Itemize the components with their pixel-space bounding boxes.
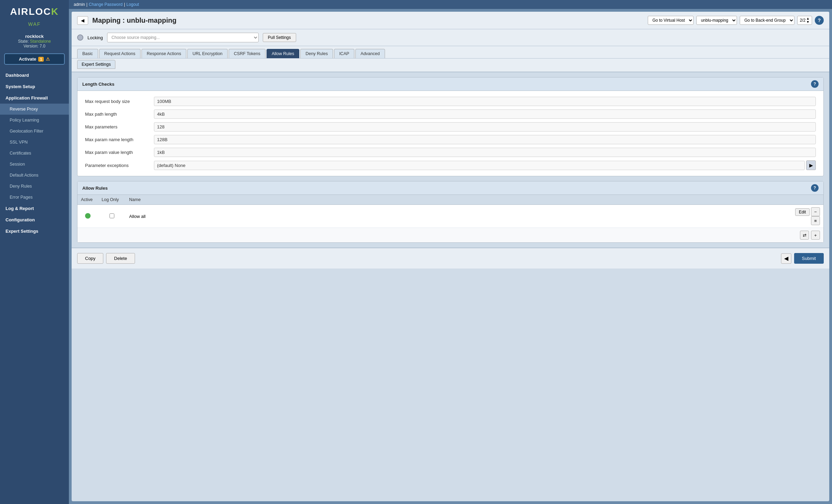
- pagination-down-icon[interactable]: ▼: [806, 20, 810, 24]
- pagination-value: 2/2: [800, 18, 805, 23]
- tab-advanced[interactable]: Advanced: [355, 49, 385, 58]
- col-name: Name: [126, 195, 789, 205]
- col-active: Active: [77, 195, 98, 205]
- locking-label: Locking: [87, 35, 103, 40]
- activate-button[interactable]: Activate 1 ⚠: [4, 53, 65, 65]
- active-indicator: [85, 213, 91, 219]
- submit-button[interactable]: Submit: [794, 253, 824, 264]
- footer-row: Copy Delete ◀ Submit: [72, 248, 829, 269]
- footer-back-button[interactable]: ◀: [781, 253, 791, 264]
- max-param-name-length-input[interactable]: [154, 135, 816, 144]
- sidebar-item-application-firewall[interactable]: Application Firewall: [0, 92, 69, 104]
- footer-right: ◀ Submit: [781, 253, 824, 264]
- allow-rules-table: Active Log Only Name Allow al: [77, 195, 823, 228]
- tab-deny-rules[interactable]: Deny Rules: [300, 49, 333, 58]
- row-actions: Edit − ≡: [789, 205, 823, 228]
- footer-left: Copy Delete: [77, 253, 135, 264]
- parameter-exceptions-input[interactable]: [154, 161, 805, 170]
- remove-button[interactable]: −: [811, 207, 820, 216]
- field-label: Max param name length: [82, 133, 151, 146]
- tabs-row: Basic Request Actions Response Actions U…: [72, 46, 829, 59]
- tab-request-actions[interactable]: Request Actions: [99, 49, 141, 58]
- sidebar-item-deny-rules[interactable]: Deny Rules: [0, 181, 69, 192]
- locking-row: Locking Choose source mapping... Pull Se…: [72, 29, 829, 46]
- length-checks-table: Max request body size Max path length Ma…: [77, 91, 823, 176]
- page-header: ◀ Mapping : unblu-mapping Go to Virtual …: [72, 12, 829, 29]
- tab-url-encryption[interactable]: URL Encryption: [187, 49, 228, 58]
- field-label: Parameter exceptions: [82, 159, 151, 172]
- max-request-body-size-input[interactable]: [154, 97, 816, 106]
- sidebar-item-log-report[interactable]: Log & Report: [0, 203, 69, 214]
- pull-settings-button[interactable]: Pull Settings: [263, 33, 296, 42]
- virtual-host-select[interactable]: Go to Virtual Host: [648, 16, 694, 25]
- sidebar-item-dashboard[interactable]: Dashboard: [0, 70, 69, 81]
- header-controls: Go to Virtual Host unblu-mapping Go to B…: [648, 16, 824, 25]
- back-end-group-select[interactable]: Go to Back-end Group: [740, 16, 794, 25]
- allow-rules-title: Allow Rules: [82, 186, 108, 191]
- sidebar-item-expert-settings[interactable]: Expert Settings: [0, 225, 69, 237]
- lock-indicator: [77, 34, 83, 41]
- sidebar-item-geolocation-filter[interactable]: Geolocation Filter: [0, 126, 69, 137]
- allow-rules-help-button[interactable]: ?: [811, 184, 819, 192]
- topbar-logout-link[interactable]: Logout: [126, 2, 139, 7]
- sidebar-item-policy-learning[interactable]: Policy Learning: [0, 115, 69, 126]
- sidebar-item-error-pages[interactable]: Error Pages: [0, 192, 69, 203]
- length-checks-help-button[interactable]: ?: [811, 80, 819, 88]
- tab-basic[interactable]: Basic: [77, 49, 98, 58]
- state-line: State: Standalone: [3, 39, 65, 44]
- header-help-button[interactable]: ?: [815, 16, 824, 25]
- sidebar-item-default-actions[interactable]: Default Actions: [0, 170, 69, 181]
- main-content: admin | Change Password | Logout ◀ Mappi…: [69, 0, 832, 504]
- copy-button[interactable]: Copy: [77, 253, 103, 264]
- max-param-value-length-input[interactable]: [154, 148, 816, 157]
- allow-rules-panel: Allow Rules ? Active Log Only Name: [77, 181, 824, 243]
- max-path-length-input[interactable]: [154, 109, 816, 119]
- version-line: Version: 7.0: [3, 44, 65, 49]
- field-label: Max param value length: [82, 146, 151, 159]
- menu-button[interactable]: ≡: [811, 216, 820, 225]
- sidebar-item-reverse-proxy[interactable]: Reverse Proxy: [0, 104, 69, 115]
- sidebar-item-session[interactable]: Session: [0, 159, 69, 170]
- add-rule-button[interactable]: +: [811, 231, 820, 240]
- content-area: ◀ Mapping : unblu-mapping Go to Virtual …: [72, 12, 829, 501]
- locking-source-select[interactable]: Choose source mapping...: [107, 33, 259, 42]
- active-cell: [77, 205, 98, 228]
- pagination: 2/2 ▲ ▼: [797, 16, 812, 25]
- header-back-button[interactable]: ◀: [77, 16, 88, 25]
- version-label: Version:: [23, 44, 38, 49]
- username: rocklock: [3, 34, 65, 39]
- allow-rules-action-row: ⇄ +: [77, 228, 823, 242]
- parameter-exceptions-group: ▶: [154, 160, 816, 170]
- mapping-select[interactable]: unblu-mapping: [696, 16, 737, 25]
- tab-csrf-tokens[interactable]: CSRF Tokens: [229, 49, 266, 58]
- edit-button[interactable]: Edit: [795, 208, 810, 216]
- activate-badge: 1: [38, 57, 44, 62]
- state-label: State:: [18, 39, 29, 44]
- sidebar-item-configuration[interactable]: Configuration: [0, 214, 69, 225]
- activate-label: Activate: [19, 56, 37, 62]
- sidebar-item-certificates[interactable]: Certificates: [0, 148, 69, 159]
- version-value: 7.0: [40, 44, 45, 49]
- tab-icap[interactable]: ICAP: [334, 49, 354, 58]
- log-only-checkbox[interactable]: [110, 213, 114, 218]
- max-parameters-input[interactable]: [154, 122, 816, 132]
- activate-section: Activate 1 ⚠: [4, 53, 65, 65]
- parameter-exceptions-arrow-button[interactable]: ▶: [806, 160, 816, 170]
- allow-rules-header: Allow Rules ?: [77, 181, 823, 195]
- field-max-param-name-length: Max param name length: [82, 133, 819, 146]
- tab-expert-settings[interactable]: Expert Settings: [77, 60, 115, 69]
- topbar-user: admin: [74, 2, 85, 7]
- field-max-request-body-size: Max request body size: [82, 95, 819, 108]
- tabs-row-2: Expert Settings: [72, 59, 829, 72]
- sidebar-item-system-setup[interactable]: System Setup: [0, 81, 69, 92]
- copy-rules-button[interactable]: ⇄: [800, 231, 809, 240]
- allow-rules-header-row: Active Log Only Name: [77, 195, 823, 205]
- delete-button[interactable]: Delete: [106, 253, 135, 264]
- length-checks-header: Length Checks ?: [77, 77, 823, 91]
- field-max-path-length: Max path length: [82, 108, 819, 120]
- tab-response-actions[interactable]: Response Actions: [142, 49, 186, 58]
- tab-allow-rules[interactable]: Allow Rules: [267, 49, 299, 58]
- field-label: Max request body size: [82, 95, 151, 108]
- sidebar-item-ssl-vpn[interactable]: SSL VPN: [0, 137, 69, 148]
- topbar-change-password-link[interactable]: Change Password: [89, 2, 123, 7]
